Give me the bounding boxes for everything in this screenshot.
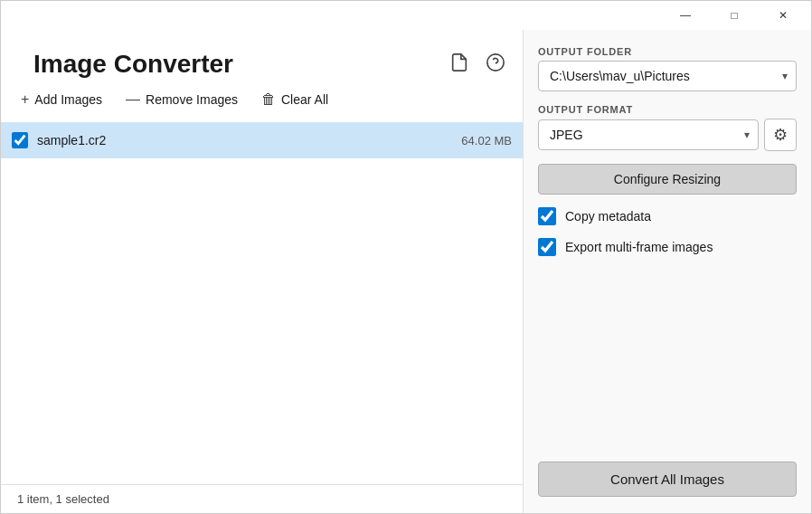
file-name: sample1.cr2 xyxy=(37,133,452,148)
file-icon-button[interactable] xyxy=(443,46,476,79)
gear-icon: ⚙ xyxy=(773,125,788,145)
output-folder-select[interactable]: C:\Users\mav_u\Pictures xyxy=(538,61,797,91)
export-multiframe-row: Export multi-frame images xyxy=(538,238,797,256)
copy-metadata-label: Copy metadata xyxy=(565,209,651,224)
file-size: 64.02 MB xyxy=(461,134,512,148)
copy-metadata-row: Copy metadata xyxy=(538,207,797,225)
export-multiframe-checkbox[interactable] xyxy=(538,238,556,256)
output-folder-section: OUTPUT FOLDER C:\Users\mav_u\Pictures ▾ xyxy=(538,46,797,91)
file-item[interactable]: sample1.cr2 64.02 MB xyxy=(1,122,523,158)
trash-icon: 🗑 xyxy=(261,91,276,108)
main-layout: Image Converter xyxy=(1,30,811,513)
output-folder-dropdown-container: C:\Users\mav_u\Pictures ▾ xyxy=(538,61,797,91)
format-settings-button[interactable]: ⚙ xyxy=(764,119,797,151)
app-window: — □ ✕ Image Converter xyxy=(0,0,812,514)
format-row: JPEG PNG BMP TIFF WEBP ▾ ⚙ xyxy=(538,119,797,151)
convert-all-button[interactable]: Convert All Images xyxy=(538,462,797,497)
add-icon: + xyxy=(21,91,29,108)
left-panel: Image Converter xyxy=(1,30,524,513)
maximize-button[interactable]: □ xyxy=(713,1,755,30)
right-panel: OUTPUT FOLDER C:\Users\mav_u\Pictures ▾ … xyxy=(524,30,811,513)
file-checkbox[interactable] xyxy=(12,132,28,148)
remove-images-button[interactable]: — Remove Images xyxy=(117,86,247,113)
status-bar: 1 item, 1 selected xyxy=(1,484,523,513)
output-format-label: OUTPUT FORMAT xyxy=(538,104,797,115)
output-format-select[interactable]: JPEG PNG BMP TIFF WEBP xyxy=(538,119,759,150)
add-images-button[interactable]: + Add Images xyxy=(12,86,111,113)
file-icon xyxy=(449,52,469,72)
clear-all-button[interactable]: 🗑 Clear All xyxy=(252,86,337,113)
copy-metadata-checkbox[interactable] xyxy=(538,207,556,225)
file-list: sample1.cr2 64.02 MB xyxy=(1,122,523,484)
add-images-label: Add Images xyxy=(34,92,102,107)
remove-images-label: Remove Images xyxy=(146,92,238,107)
title-bar: — □ ✕ xyxy=(1,1,811,30)
help-icon-button[interactable] xyxy=(479,46,512,79)
export-multiframe-label: Export multi-frame images xyxy=(565,240,713,254)
output-folder-label: OUTPUT FOLDER xyxy=(538,46,797,57)
minimize-button[interactable]: — xyxy=(665,1,706,30)
toolbar: + Add Images — Remove Images 🗑 Clear All xyxy=(1,86,523,122)
app-title: Image Converter xyxy=(17,37,250,86)
output-format-dropdown-container: JPEG PNG BMP TIFF WEBP ▾ xyxy=(538,119,759,150)
configure-resizing-button[interactable]: Configure Resizing xyxy=(538,164,797,195)
output-format-section: OUTPUT FORMAT JPEG PNG BMP TIFF WEBP ▾ xyxy=(538,104,797,151)
status-text: 1 item, 1 selected xyxy=(17,492,109,506)
close-button[interactable]: ✕ xyxy=(762,1,804,30)
help-icon xyxy=(486,52,505,72)
remove-icon: — xyxy=(126,91,140,108)
clear-all-label: Clear All xyxy=(281,92,328,107)
svg-point-0 xyxy=(487,54,504,71)
